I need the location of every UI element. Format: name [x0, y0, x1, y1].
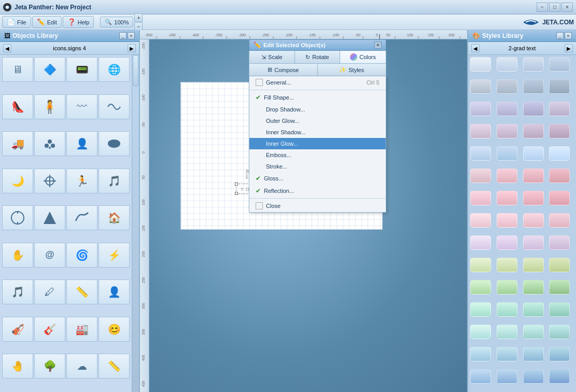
object-item[interactable]: ✋: [2, 243, 33, 268]
object-item[interactable]: 🚚: [2, 131, 33, 156]
style-swatch[interactable]: [470, 102, 491, 116]
close-button[interactable]: ×: [561, 3, 573, 12]
style-swatch[interactable]: [523, 235, 544, 250]
style-swatch[interactable]: [470, 258, 491, 272]
style-swatch[interactable]: [470, 302, 491, 317]
styles-panel-close[interactable]: ×: [565, 32, 572, 39]
help-menu[interactable]: ❓ Help: [63, 16, 94, 28]
object-item[interactable]: 🏭: [66, 317, 97, 342]
object-item[interactable]: 🤚: [2, 354, 33, 379]
colors-tab[interactable]: Colors: [340, 51, 386, 63]
object-item[interactable]: 📏: [66, 279, 97, 304]
style-swatch[interactable]: [549, 102, 570, 116]
style-swatch[interactable]: [523, 325, 544, 339]
styles-next-button[interactable]: ▶: [565, 44, 573, 52]
stroke-item[interactable]: Stroke...: [249, 161, 386, 172]
style-swatch[interactable]: [470, 347, 491, 361]
style-swatch[interactable]: [470, 213, 491, 228]
style-swatch[interactable]: [549, 169, 570, 183]
style-swatch[interactable]: [497, 235, 517, 250]
style-swatch[interactable]: [523, 146, 544, 161]
objects-panel-minimize[interactable]: _: [119, 32, 127, 39]
style-swatch[interactable]: [470, 146, 491, 161]
outer-glow-item[interactable]: Outer Glow...: [249, 115, 386, 127]
style-swatch[interactable]: [549, 280, 570, 295]
compose-tab[interactable]: ⊞ Compose: [249, 64, 318, 76]
general-item[interactable]: General... Ctrl S: [249, 76, 386, 89]
object-item[interactable]: 🎻: [2, 317, 33, 342]
style-swatch[interactable]: [470, 57, 491, 72]
object-item[interactable]: 📏: [99, 354, 130, 379]
style-swatch[interactable]: [549, 325, 570, 339]
reflection-item[interactable]: ✔ Reflection...: [249, 185, 386, 197]
object-item[interactable]: 🎸: [34, 317, 65, 342]
zoom-out-button[interactable]: −: [134, 22, 143, 31]
object-item[interactable]: @: [34, 243, 65, 268]
zoom-in-button[interactable]: +: [134, 13, 143, 22]
style-swatch[interactable]: [549, 79, 570, 94]
style-swatch[interactable]: [549, 191, 570, 205]
style-swatch[interactable]: [497, 258, 517, 272]
object-item[interactable]: 🔷: [34, 57, 65, 82]
selection-handle[interactable]: [235, 192, 238, 195]
object-item[interactable]: 🧍: [34, 94, 65, 119]
style-swatch[interactable]: [497, 369, 517, 384]
object-item[interactable]: [66, 205, 97, 230]
object-item[interactable]: [34, 131, 65, 156]
style-swatch[interactable]: [497, 302, 517, 317]
object-item[interactable]: 👤: [99, 279, 130, 304]
style-swatch[interactable]: [470, 325, 491, 339]
object-item[interactable]: 🏃: [66, 169, 97, 193]
style-swatch[interactable]: [497, 191, 517, 205]
style-swatch[interactable]: [523, 169, 544, 183]
inner-shadow-item[interactable]: Inner Shadow...: [249, 127, 386, 138]
style-swatch[interactable]: [549, 347, 570, 361]
style-swatch[interactable]: [523, 258, 544, 272]
style-swatch[interactable]: [523, 302, 544, 317]
objects-scrollbar[interactable]: [132, 55, 139, 392]
style-swatch[interactable]: [523, 213, 544, 228]
style-swatch[interactable]: [497, 347, 517, 361]
objects-next-button[interactable]: ▶: [128, 44, 136, 52]
scale-tab[interactable]: ⇲ Scale: [249, 51, 295, 63]
objects-panel-close[interactable]: ×: [128, 32, 135, 39]
style-swatch[interactable]: [549, 146, 570, 161]
style-swatch[interactable]: [497, 79, 517, 94]
style-swatch[interactable]: [549, 369, 570, 384]
edit-panel-close[interactable]: ×: [374, 41, 382, 49]
object-item[interactable]: 🖥: [2, 57, 33, 82]
style-swatch[interactable]: [523, 124, 544, 138]
object-item[interactable]: 🎵: [99, 169, 130, 193]
style-swatch[interactable]: [523, 79, 544, 94]
close-item[interactable]: Close: [249, 200, 386, 212]
file-menu[interactable]: 📄 File: [2, 16, 31, 28]
objects-prev-button[interactable]: ◀: [3, 44, 11, 52]
style-swatch[interactable]: [470, 169, 491, 183]
style-swatch[interactable]: [497, 213, 517, 228]
style-swatch[interactable]: [523, 102, 544, 116]
object-item[interactable]: 🌐: [99, 57, 130, 82]
style-swatch[interactable]: [497, 280, 517, 295]
object-item[interactable]: 🎵: [2, 279, 33, 304]
gloss-item[interactable]: ✔ Gloss...: [249, 172, 386, 185]
styles-prev-button[interactable]: ◀: [471, 44, 480, 52]
style-swatch[interactable]: [523, 369, 544, 384]
object-item[interactable]: ⚡: [99, 243, 130, 268]
style-swatch[interactable]: [523, 347, 544, 361]
object-item[interactable]: 👤: [66, 131, 97, 156]
style-swatch[interactable]: [497, 146, 517, 161]
rotate-tab[interactable]: ↻ Rotate: [295, 51, 341, 63]
style-swatch[interactable]: [470, 369, 491, 384]
styles-tab[interactable]: ✨ Styles: [318, 64, 386, 76]
window-controls[interactable]: − □ ×: [537, 3, 573, 12]
object-item[interactable]: 🌙: [2, 169, 33, 193]
selection-handle[interactable]: [235, 183, 238, 186]
style-swatch[interactable]: [549, 124, 570, 138]
object-item[interactable]: 🌳: [34, 354, 65, 379]
object-item[interactable]: 🖊: [34, 279, 65, 304]
object-item[interactable]: ☁: [66, 354, 97, 379]
inner-glow-item[interactable]: Inner Glow...: [249, 138, 386, 149]
emboss-item[interactable]: Emboss...: [249, 149, 386, 161]
style-swatch[interactable]: [549, 302, 570, 317]
object-item[interactable]: [34, 205, 65, 230]
